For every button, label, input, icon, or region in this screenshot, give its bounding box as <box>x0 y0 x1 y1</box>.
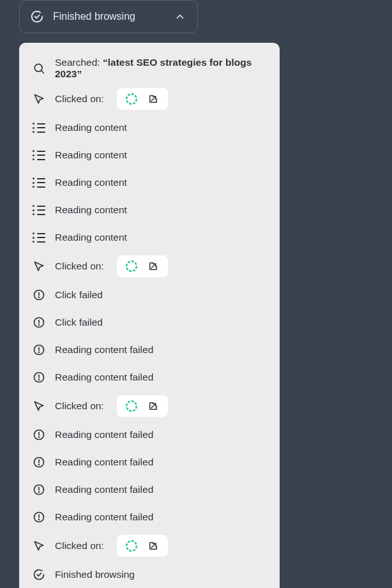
searched-prefix: Searched: <box>55 57 103 68</box>
svg-point-16 <box>126 401 137 411</box>
log-row-reading-failed: Reading content failed <box>32 480 267 499</box>
alert-circle-icon <box>32 288 46 302</box>
svg-point-3 <box>126 261 137 271</box>
reading-failed-label: Reading content failed <box>55 429 153 441</box>
reading-label: Reading content <box>55 122 127 133</box>
log-row-clicked: Clicked on: <box>32 88 267 110</box>
list-icon <box>32 230 46 245</box>
svg-point-25 <box>39 492 40 492</box>
reading-label: Reading content <box>55 177 127 188</box>
external-link-icon <box>146 399 160 413</box>
svg-point-15 <box>39 379 40 380</box>
link-chip[interactable] <box>117 395 168 417</box>
log-row-reading-failed: Reading content failed <box>32 508 267 527</box>
log-row-reading-failed: Reading content failed <box>32 368 267 387</box>
reading-label: Reading content <box>55 204 127 216</box>
link-chip[interactable] <box>117 535 168 557</box>
semrush-favicon-icon <box>124 92 139 106</box>
browsing-summary-title: Finished browsing <box>53 11 164 22</box>
clicked-label: Clicked on: <box>55 93 104 105</box>
semrush-favicon-icon <box>124 259 139 273</box>
log-row-reading: Reading content <box>32 228 267 247</box>
log-row-reading: Reading content <box>32 173 267 192</box>
browsing-summary-header[interactable]: Finished browsing <box>19 0 198 33</box>
click-failed-label: Click failed <box>55 289 103 301</box>
svg-point-12 <box>39 352 40 352</box>
svg-point-28 <box>39 519 40 520</box>
search-icon <box>32 61 46 75</box>
link-chip[interactable] <box>117 88 168 110</box>
svg-line-1 <box>41 71 44 73</box>
browsing-log: Searched: “latest SEO strategies for blo… <box>19 43 280 588</box>
reading-failed-label: Reading content failed <box>55 344 153 356</box>
svg-point-19 <box>39 437 40 437</box>
cursor-icon <box>32 259 46 273</box>
log-row-reading: Reading content <box>32 200 267 220</box>
log-row-clicked: Clicked on: <box>32 395 267 417</box>
reading-failed-label: Reading content failed <box>55 484 153 495</box>
check-circle-icon <box>30 10 44 24</box>
log-row-reading: Reading content <box>32 118 267 137</box>
reading-failed-label: Reading content failed <box>55 511 153 523</box>
svg-point-22 <box>39 464 40 465</box>
log-row-reading: Reading content <box>32 146 267 165</box>
clicked-label: Clicked on: <box>55 400 104 412</box>
clicked-label: Clicked on: <box>55 260 104 272</box>
alert-circle-icon <box>32 428 46 442</box>
log-row-reading-failed: Reading content failed <box>32 340 267 359</box>
external-link-icon <box>146 259 160 273</box>
cursor-icon <box>32 399 46 413</box>
alert-circle-icon <box>32 510 46 524</box>
svg-point-2 <box>126 94 137 104</box>
cursor-icon <box>32 539 46 553</box>
alert-circle-icon <box>32 343 46 357</box>
semrush-favicon-icon <box>124 539 139 553</box>
searched-text: Searched: “latest SEO strategies for blo… <box>55 57 267 80</box>
external-link-icon <box>146 92 160 106</box>
link-chip[interactable] <box>117 255 168 277</box>
external-link-icon <box>146 539 160 553</box>
svg-point-29 <box>126 541 137 551</box>
finished-label: Finished browsing <box>55 569 135 580</box>
log-row-reading-failed: Reading content failed <box>32 453 267 472</box>
log-row-reading-failed: Reading content failed <box>32 425 267 444</box>
log-row-clicked: Clicked on: <box>32 255 267 277</box>
alert-circle-icon <box>32 483 46 497</box>
svg-point-9 <box>39 324 40 325</box>
click-failed-label: Click failed <box>55 317 103 328</box>
log-row-finished: Finished browsing <box>32 565 267 584</box>
list-icon <box>32 203 46 217</box>
alert-circle-icon <box>32 315 46 329</box>
svg-point-6 <box>39 297 40 298</box>
log-row-click-failed: Click failed <box>32 285 267 305</box>
alert-circle-icon <box>32 370 46 384</box>
cursor-icon <box>32 92 46 106</box>
semrush-favicon-icon <box>124 399 139 413</box>
log-row-click-failed: Click failed <box>32 313 267 332</box>
reading-failed-label: Reading content failed <box>55 372 153 383</box>
check-circle-icon <box>32 568 46 582</box>
clicked-label: Clicked on: <box>55 540 104 552</box>
log-row-clicked: Clicked on: <box>32 535 267 557</box>
reading-label: Reading content <box>55 149 127 161</box>
list-icon <box>32 148 46 162</box>
reading-failed-label: Reading content failed <box>55 456 153 468</box>
reading-label: Reading content <box>55 232 127 243</box>
list-icon <box>32 176 46 190</box>
chevron-up-icon <box>173 10 187 24</box>
log-row-searched: Searched: “latest SEO strategies for blo… <box>32 57 267 80</box>
alert-circle-icon <box>32 455 46 469</box>
list-icon <box>32 121 46 135</box>
